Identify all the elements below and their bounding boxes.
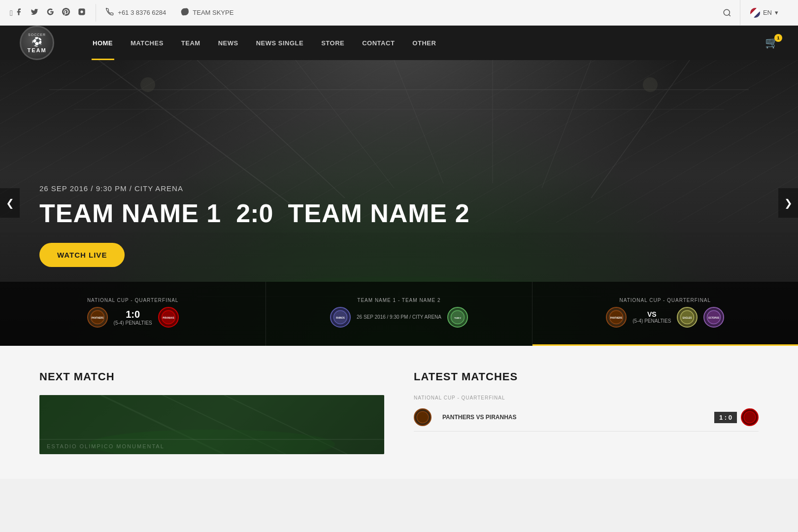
flag-icon — [750, 8, 760, 18]
hero-score: 2:0 — [236, 199, 273, 228]
phone-number: +61 3 8376 6284 — [118, 9, 166, 16]
svg-point-17 — [643, 77, 658, 92]
latest-match-teams: PANTHERS VS PIRANHAS — [442, 414, 703, 421]
cart-badge: 1 — [774, 34, 782, 42]
match-card-2-teams: RHINOS 26 SEP 2016 / 9:30 PM / CITY AREN… — [330, 307, 468, 328]
hero-team1: TEAM NAME 1 — [39, 199, 221, 228]
facebook-icon[interactable]:  — [10, 8, 23, 18]
latest-match-row[interactable]: PANTHERS VS PIRANHAS 1 : 0 — [414, 403, 759, 432]
match-card-1-title: NATIONAL CUP - QUARTERFINAL — [87, 298, 179, 303]
top-bar:  +61 3 8376 6284 TEAM SKYPE — [0, 0, 798, 26]
match-card-1-teams: PANTHERS 1:0 (5-4) PENALTIES PIRANHAS — [87, 307, 179, 328]
svg-point-38 — [417, 411, 428, 423]
match-card-3-title: NATIONAL CUP - QUARTERFINAL — [620, 298, 711, 303]
rhinos-logo: RHINOS — [330, 307, 351, 328]
svg-text:OCTOPUS: OCTOPUS — [708, 317, 719, 319]
svg-text:EAGLES: EAGLES — [683, 317, 692, 319]
match-cards-bar: NATIONAL CUP - QUARTERFINAL PANTHERS 1:0… — [0, 282, 798, 346]
panthers-logo: PANTHERS — [87, 307, 108, 328]
svg-text:TEAM 2: TEAM 2 — [454, 317, 461, 319]
team2-logo: TEAM 2 — [447, 307, 468, 328]
svg-line-6 — [394, 60, 443, 183]
latest-panthers-logo — [414, 408, 432, 426]
svg-text:PANTHERS: PANTHERS — [91, 317, 103, 319]
match-card-3-penalty: (5-4) PENALTIES — [632, 318, 671, 324]
latest-matches-section: LATEST MATCHES NATIONAL CUP - QUARTERFIN… — [414, 370, 759, 454]
hero-match: TEAM NAME 1 2:0 TEAM NAME 2 — [39, 199, 470, 228]
svg-text:PIRANHAS: PIRANHAS — [163, 317, 174, 319]
svg-text:PANTHERS: PANTHERS — [610, 317, 622, 319]
svg-line-8 — [542, 60, 591, 188]
logo-line1: SOCCER — [27, 33, 46, 36]
piranhas-logo: PIRANHAS — [158, 307, 179, 328]
svg-point-16 — [140, 77, 155, 92]
latest-match-score: 1 : 0 — [714, 412, 737, 423]
nav-item-store[interactable]: STORE — [312, 26, 353, 60]
match-card-2[interactable]: TEAM NAME 1 - TEAM NAME 2 RHINOS 26 SEP … — [266, 282, 532, 346]
instagram-icon[interactable] — [78, 8, 86, 18]
eagles-logo: EAGLES — [677, 307, 698, 328]
hero-content: 26 SEP 2016 / 9:30 PM / CITY ARENA TEAM … — [39, 184, 470, 267]
match-card-1-score: 1:0 — [114, 309, 152, 320]
contact-info: +61 3 8376 6284 TEAM SKYPE — [106, 8, 233, 17]
svg-line-9 — [591, 60, 690, 198]
svg-point-39 — [744, 411, 755, 423]
nav-item-news[interactable]: NEWS — [209, 26, 247, 60]
language-selector[interactable]: EN ▾ — [740, 8, 788, 18]
hero-date: 26 SEP 2016 / 9:30 PM / CITY ARENA — [39, 184, 470, 193]
soccer-ball-icon: ⚽ — [27, 36, 46, 47]
next-match-image: ESTADIO OLIMPICO MONUMENTAL — [39, 395, 384, 454]
social-icons:  — [10, 8, 86, 18]
match-card-1-penalty: (5-4) PENALTIES — [114, 320, 152, 326]
latest-matches-title: LATEST MATCHES — [414, 370, 759, 383]
next-match-bg-svg — [39, 395, 384, 454]
match-card-3-teams: PANTHERS VS (5-4) PENALTIES EAGLES OCTOP… — [606, 307, 724, 328]
svg-line-5 — [296, 60, 394, 188]
progress-bar — [532, 344, 798, 346]
nav-item-matches[interactable]: MATCHES — [122, 26, 172, 60]
nav-item-other[interactable]: OTHER — [403, 26, 445, 60]
nav-item-news-single[interactable]: NEWS SINGLE — [247, 26, 313, 60]
next-match-section: NEXT MATCH ESTADIO OLIMPICO MONUMENTAL — [39, 370, 384, 454]
logo-circle: SOCCER ⚽ TEAM — [20, 26, 54, 60]
skype-icon — [181, 8, 189, 17]
pinterest-icon[interactable] — [62, 8, 70, 18]
panthers-logo-2: PANTHERS — [606, 307, 627, 328]
twitter-icon[interactable] — [31, 8, 38, 18]
top-bar-divider — [96, 4, 96, 22]
next-match-title: NEXT MATCH — [39, 370, 384, 383]
nav-item-home[interactable]: HOME — [84, 26, 122, 60]
watch-live-button[interactable]: WATCH LIVE — [39, 243, 125, 267]
navbar: SOCCER ⚽ TEAM HOME MATCHES TEAM NEWS NEW… — [0, 26, 798, 60]
nav-item-contact[interactable]: CONTACT — [353, 26, 403, 60]
cart-icon[interactable]: 🛒 1 — [765, 36, 778, 49]
hero-team2: TEAM NAME 2 — [288, 199, 469, 228]
phone-icon — [106, 8, 114, 17]
hero-slider: 26 SEP 2016 / 9:30 PM / CITY ARENA TEAM … — [0, 60, 798, 346]
nav-links: HOME MATCHES TEAM NEWS NEWS SINGLE STORE… — [84, 26, 445, 60]
nav-item-team[interactable]: TEAM — [172, 26, 209, 60]
skype-handle: TEAM SKYPE — [193, 9, 233, 16]
match-card-3[interactable]: NATIONAL CUP - QUARTERFINAL PANTHERS VS … — [532, 282, 798, 346]
chevron-down-icon: ▾ — [775, 9, 778, 16]
slider-arrow-left[interactable]: ❮ — [0, 188, 20, 218]
match-card-2-date: 26 SEP 2016 / 9:30 PM / CITY ARENA — [357, 314, 441, 320]
svg-line-4 — [197, 60, 345, 198]
search-button-top[interactable] — [715, 0, 740, 26]
octopus-logo: OCTOPUS — [703, 307, 724, 328]
slider-arrow-right[interactable]: ❯ — [778, 188, 798, 218]
main-content: NEXT MATCH ESTADIO OLIMPICO MONUMENTAL L… — [0, 346, 798, 479]
match-card-3-vs: VS — [632, 310, 671, 318]
match-card-2-title: TEAM NAME 1 - TEAM NAME 2 — [357, 298, 440, 303]
svg-point-2 — [724, 9, 730, 15]
site-logo[interactable]: SOCCER ⚽ TEAM — [20, 26, 54, 60]
logo-line2: TEAM — [27, 47, 46, 53]
svg-text:RHINOS: RHINOS — [336, 317, 345, 319]
latest-piranhas-logo — [741, 408, 759, 426]
top-right-controls: EN ▾ — [715, 0, 788, 26]
lang-label: EN — [763, 9, 772, 16]
skype-contact: TEAM SKYPE — [181, 8, 233, 17]
phone-contact: +61 3 8376 6284 — [106, 8, 166, 17]
match-card-1[interactable]: NATIONAL CUP - QUARTERFINAL PANTHERS 1:0… — [0, 282, 266, 346]
google-icon[interactable] — [46, 8, 54, 18]
